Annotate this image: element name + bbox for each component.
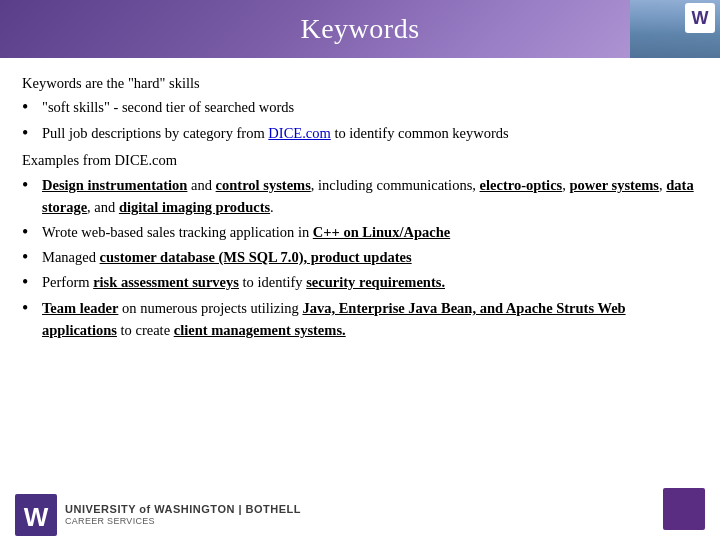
department-name: CAREER SERVICES — [65, 516, 301, 527]
example-item-4: • Perform risk assessment surveys to ide… — [22, 271, 698, 294]
bullet-dot-2: • — [22, 122, 40, 145]
example-3-text: Managed customer database (MS SQL 7.0), … — [42, 246, 412, 268]
bullet-dot-6: • — [22, 271, 40, 294]
header-banner: Keywords W — [0, 0, 720, 58]
bullet-dot-3: • — [22, 174, 40, 197]
purple-square-decoration — [663, 488, 705, 530]
uw-logo-svg: W — [15, 494, 57, 536]
svg-text:W: W — [24, 502, 49, 532]
bullet-dot-1: • — [22, 96, 40, 119]
bullet-dot-7: • — [22, 297, 40, 320]
bullet-dot-4: • — [22, 221, 40, 244]
examples-label: Examples from DICE.com — [22, 149, 698, 171]
dice-link[interactable]: DICE.com — [268, 125, 330, 141]
bullet-list-1: • "soft skills" - second tier of searche… — [22, 96, 698, 145]
bullet-item-1: • "soft skills" - second tier of searche… — [22, 96, 698, 119]
bullet-2-text: Pull job descriptions by category from D… — [42, 122, 509, 144]
uw-text-block: UNIVERSITY of WASHINGTON | BOTHELL CAREE… — [65, 503, 301, 527]
uw-corner-logo: W — [685, 3, 715, 33]
intro-line: Keywords are the "hard" skills — [22, 72, 698, 94]
example-item-5: • Team leader on numerous projects utili… — [22, 297, 698, 342]
bullet-1-text: "soft skills" - second tier of searched … — [42, 96, 294, 118]
page: Keywords W Keywords are the "hard" skill… — [0, 0, 720, 540]
example-item-2: • Wrote web-based sales tracking applica… — [22, 221, 698, 244]
main-content: Keywords are the "hard" skills • "soft s… — [0, 58, 720, 354]
corner-image: W — [630, 0, 720, 58]
example-4-text: Perform risk assessment surveys to ident… — [42, 271, 445, 293]
footer: W UNIVERSITY of WASHINGTON | BOTHELL CAR… — [0, 490, 720, 540]
bullet-list-2: • Design instrumentation and control sys… — [22, 174, 698, 342]
example-5-text: Team leader on numerous projects utilizi… — [42, 297, 698, 342]
intro-text: Keywords are the "hard" skills — [22, 75, 200, 91]
example-2-text: Wrote web-based sales tracking applicati… — [42, 221, 450, 243]
bullet-item-2: • Pull job descriptions by category from… — [22, 122, 698, 145]
example-1-text: Design instrumentation and control syste… — [42, 174, 698, 219]
page-title: Keywords — [300, 13, 419, 45]
bullet-dot-5: • — [22, 246, 40, 269]
example-item-3: • Managed customer database (MS SQL 7.0)… — [22, 246, 698, 269]
example-item-1: • Design instrumentation and control sys… — [22, 174, 698, 219]
university-name: UNIVERSITY of WASHINGTON | BOTHELL — [65, 503, 301, 516]
uw-logo-area: W UNIVERSITY of WASHINGTON | BOTHELL CAR… — [15, 494, 301, 536]
